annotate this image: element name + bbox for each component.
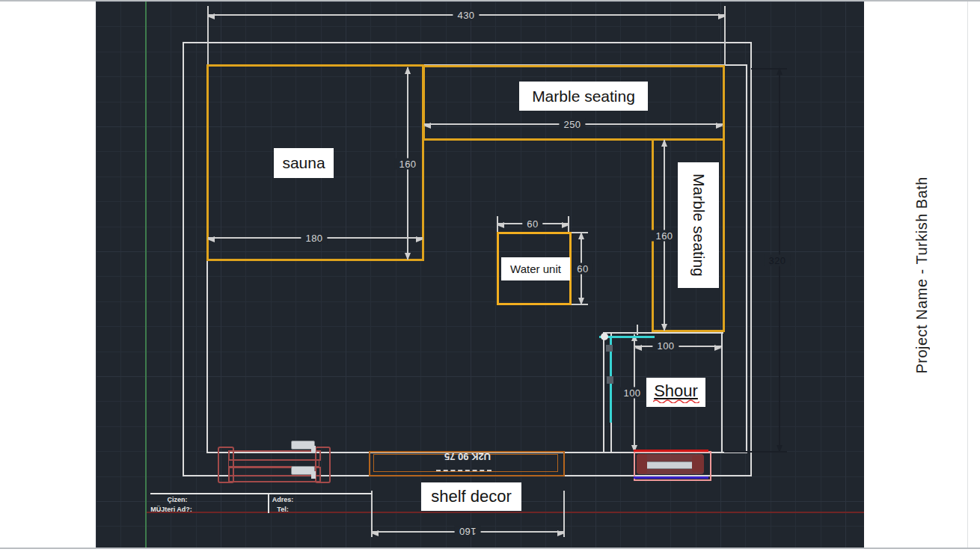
dimension-text-160-sauna: 160 [394,159,420,170]
shower-top-wall [603,332,723,334]
door-red-bar [634,450,708,452]
dimension-text-60-right: 60 [572,263,592,275]
shelf-decor-label-text: shelf decor [431,487,512,506]
shower-head [601,333,608,340]
marble-seating-top-label-text: Marble seating [532,88,635,105]
project-title[interactable]: Project Name - Turkish Bath [913,177,931,374]
marble-seating-right-label[interactable]: Marble seating [678,162,719,288]
slide-page: 430 250 160 180 60 60 160 100 100 160 32… [0,0,980,552]
tick-320-top [751,68,787,70]
titleblock-drawn-by: Çizen: [168,496,188,503]
titleblock-address: Adres: [272,496,294,503]
door-lump-left [637,454,647,473]
side-title-area: Project Name - Turkish Bath [864,1,980,548]
sauna-label-text: sauna [282,154,325,172]
titleblock-customer: MÜJteri Ad?: [150,506,192,513]
door-lump-right [692,456,704,472]
water-unit-label[interactable]: Water unit [501,257,570,280]
dimension-text-320: 320 [764,255,790,266]
bench-bracket-stem-top [311,446,316,453]
dimension-text-430: 430 [453,10,479,21]
shelf-dashed-line [436,470,491,471]
glass-hinge-bottom [607,376,613,384]
shower-right-wall [721,334,723,453]
ext-line-430-right [724,6,726,66]
ext-line-430-left [207,6,209,65]
door-blue-bar [634,476,708,479]
water-unit-label-text: Water unit [510,263,561,275]
shower-label-text: Shour [654,381,698,401]
dimension-text-160-shelf: 160 [454,526,480,537]
dimension-text-60-top: 60 [522,218,542,230]
marble-seating-right-label-text: Marble seating [690,174,708,277]
ext-line-shelf-right [563,491,565,537]
ext-line-60b-top [572,232,588,233]
ext-line-60b-bottom [572,304,588,305]
titleblock-divider [268,494,269,513]
dimension-text-160-marble: 160 [651,230,677,242]
marble-seating-top-label[interactable]: Marble seating [519,82,648,111]
spellcheck-wavy-underline [653,399,699,403]
shelf-decor-label[interactable]: shelf decor [421,482,521,511]
bench-slat-4 [228,475,321,482]
bottom-border-line [0,548,980,549]
titleblock-top-line [150,493,372,494]
ext-line-60-right [568,216,569,233]
dimension-text-100-width: 100 [652,340,679,352]
ext-line-60-left [497,216,498,233]
dimension-text-180: 180 [301,233,327,244]
shower-label[interactable]: Shour [646,378,705,407]
cad-canvas: 430 250 160 180 60 60 160 100 100 160 32… [96,1,864,548]
dimension-text-100-depth: 100 [619,387,645,399]
titleblock-phone: Tel: [277,506,288,513]
glass-hinge-top [606,345,613,352]
red-baseline [147,512,864,513]
bench-bracket-stem-bottom [311,471,316,479]
sauna-label[interactable]: sauna [274,148,334,178]
dimension-text-250: 250 [559,119,585,130]
shelf-marking-text: U2K 90 75 [444,451,491,462]
green-axis-line [145,1,147,548]
ext-line-shelf-left [371,491,373,537]
tick-320-bottom [724,451,787,453]
